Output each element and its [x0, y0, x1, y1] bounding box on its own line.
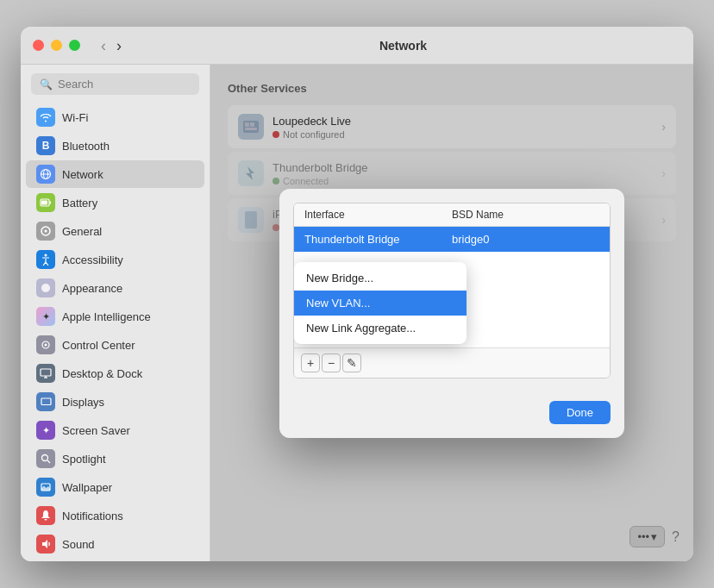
accessibility-icon: [36, 250, 55, 269]
sidebar-item-bluetooth[interactable]: B Bluetooth: [26, 132, 204, 160]
sidebar: 🔍 Wi-Fi B Bluetooth: [21, 65, 210, 561]
svg-point-7: [45, 254, 47, 257]
sidebar-item-wallpaper[interactable]: Wallpaper: [26, 473, 204, 501]
done-button[interactable]: Done: [549, 401, 611, 424]
sidebar-item-notifications[interactable]: Notifications: [26, 502, 204, 529]
sidebar-label-wallpaper: Wallpaper: [62, 481, 112, 494]
interface-cell: Thunderbolt Bridge: [304, 233, 452, 246]
forward-button[interactable]: ›: [113, 38, 125, 53]
desktop-icon: [36, 364, 55, 383]
control-center-icon: [36, 335, 55, 354]
sidebar-label-general: General: [62, 225, 102, 238]
maximize-button[interactable]: [69, 40, 80, 51]
content-area: 🔍 Wi-Fi B Bluetooth: [21, 65, 693, 561]
sidebar-item-wifi[interactable]: Wi-Fi: [26, 103, 204, 131]
sidebar-item-appearance[interactable]: Appearance: [26, 274, 204, 302]
sidebar-item-displays[interactable]: Displays: [26, 388, 204, 416]
notifications-icon: [36, 506, 55, 525]
svg-marker-16: [42, 540, 47, 548]
main-window: ‹ › Network 🔍 Wi-Fi B: [21, 27, 693, 561]
sidebar-item-network[interactable]: Network: [26, 160, 204, 188]
svg-rect-4: [41, 201, 47, 205]
svg-rect-12: [41, 398, 51, 405]
sidebar-item-screensaver[interactable]: ✦ Screen Saver: [26, 416, 204, 444]
minimize-button[interactable]: [51, 40, 62, 51]
search-box[interactable]: 🔍: [31, 73, 199, 95]
svg-rect-10: [41, 369, 51, 376]
sidebar-item-battery[interactable]: Battery: [26, 189, 204, 216]
appearance-icon: [36, 278, 55, 297]
sidebar-label-notifications: Notifications: [62, 510, 123, 522]
sidebar-label-spotlight: Spotlight: [62, 453, 106, 466]
sidebar-label-screensaver: Screen Saver: [62, 424, 130, 437]
nav-buttons: ‹ ›: [97, 38, 125, 53]
wifi-icon: [36, 108, 55, 127]
bluetooth-icon: B: [36, 136, 55, 155]
sidebar-label-bluetooth: Bluetooth: [62, 140, 110, 153]
search-input[interactable]: [58, 78, 191, 91]
spotlight-icon: [36, 449, 55, 468]
sidebar-item-general[interactable]: General: [26, 217, 204, 245]
sidebar-label-apple-intelligence: Apple Intelligence: [62, 310, 151, 323]
svg-point-6: [45, 230, 47, 233]
sidebar-label-wifi: Wi-Fi: [62, 111, 88, 124]
remove-interface-button[interactable]: −: [322, 353, 341, 372]
screensaver-icon: ✦: [36, 421, 55, 440]
apple-intelligence-icon: ✦: [36, 307, 55, 326]
bsd-cell: bridge0: [452, 233, 599, 246]
table-actions: + − ✎ New Bridge... New VLAN... New Link…: [294, 347, 610, 378]
sidebar-item-desktop[interactable]: Desktop & Dock: [26, 360, 204, 387]
battery-icon: [36, 193, 55, 212]
traffic-lights: [33, 40, 80, 51]
sidebar-label-desktop: Desktop & Dock: [62, 367, 142, 380]
sidebar-label-appearance: Appearance: [62, 282, 122, 295]
titlebar: ‹ › Network: [21, 27, 693, 65]
search-icon: 🔍: [40, 78, 53, 91]
general-icon: [36, 222, 55, 241]
col-interface-header: Interface: [304, 209, 452, 221]
main-pane: Other Services Loupedeck Live Not config…: [210, 65, 693, 561]
svg-point-9: [45, 344, 47, 347]
sidebar-item-apple-intelligence[interactable]: ✦ Apple Intelligence: [26, 303, 204, 330]
sound-icon: [36, 535, 55, 554]
modal-footer: Done: [279, 392, 624, 438]
sidebar-item-accessibility[interactable]: Accessibility: [26, 246, 204, 273]
dropdown-item-new-link-aggregate[interactable]: New Link Aggregate...: [294, 316, 467, 341]
back-button[interactable]: ‹: [97, 38, 110, 53]
close-button[interactable]: [33, 40, 44, 51]
network-icon: [36, 165, 55, 184]
edit-interface-button[interactable]: ✎: [342, 353, 361, 372]
col-bsd-header: BSD Name: [452, 209, 599, 221]
modal-overlay: Interface BSD Name Thunderbolt Bridge br…: [210, 65, 693, 561]
sidebar-item-sound[interactable]: Sound: [26, 530, 204, 558]
sidebar-label-control-center: Control Center: [62, 339, 135, 352]
svg-line-14: [47, 460, 50, 463]
sidebar-label-displays: Displays: [62, 396, 104, 409]
sidebar-label-accessibility: Accessibility: [62, 253, 123, 266]
sidebar-item-control-center[interactable]: Control Center: [26, 331, 204, 359]
dropdown-menu: New Bridge... New VLAN... New Link Aggre…: [294, 262, 467, 344]
table-row[interactable]: Thunderbolt Bridge bridge0: [294, 227, 610, 252]
svg-point-13: [42, 455, 48, 461]
wallpaper-icon: [36, 478, 55, 497]
add-interface-button[interactable]: +: [301, 353, 320, 372]
interface-modal: Interface BSD Name Thunderbolt Bridge br…: [279, 189, 624, 438]
displays-icon: [36, 392, 55, 411]
modal-body: Interface BSD Name Thunderbolt Bridge br…: [279, 189, 624, 392]
dropdown-item-new-bridge[interactable]: New Bridge...: [294, 266, 467, 291]
window-title: Network: [125, 39, 681, 53]
table-header: Interface BSD Name: [294, 203, 610, 227]
dropdown-item-new-vlan[interactable]: New VLAN...: [294, 291, 467, 316]
sidebar-item-spotlight[interactable]: Spotlight: [26, 445, 204, 472]
interface-table: Interface BSD Name Thunderbolt Bridge br…: [293, 203, 611, 378]
sidebar-label-network: Network: [62, 168, 103, 181]
sidebar-label-sound: Sound: [62, 538, 95, 551]
sidebar-label-battery: Battery: [62, 197, 97, 210]
